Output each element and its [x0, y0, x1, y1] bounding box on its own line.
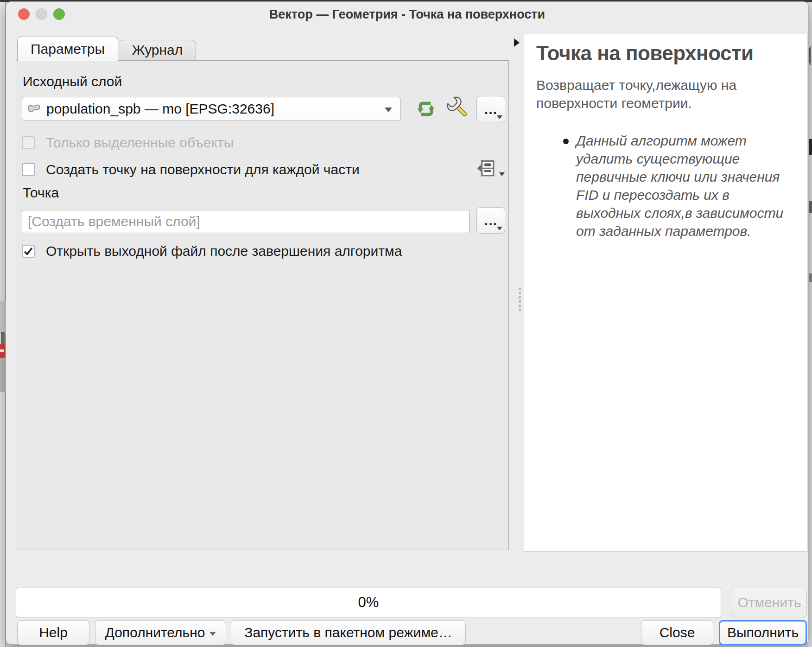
panel-splitter-handle[interactable] [519, 288, 521, 311]
background-fragment [1, 332, 5, 345]
dropdown-arrow-icon [497, 115, 502, 119]
background-app-right-sliver [808, 2, 812, 647]
combo-arrow-icon [385, 108, 392, 112]
collapse-panel-icon[interactable] [514, 38, 520, 47]
source-layer-browse-button[interactable]: … [476, 96, 505, 122]
open-output-label: Открыть выходной файл после завершения а… [46, 243, 402, 259]
selected-only-label: Только выделенные объекты [46, 135, 234, 151]
progress-value: 0% [358, 594, 379, 611]
help-button[interactable]: Help [17, 620, 89, 645]
help-bullet-text: Данный алгоритм может удалить существующ… [576, 132, 795, 240]
open-output-row[interactable]: Открыть выходной файл после завершения а… [22, 243, 402, 259]
help-bullet-item: Данный алгоритм может удалить существующ… [563, 132, 795, 240]
title-bar[interactable]: Вектор — Геометрия - Точка на поверхност… [6, 2, 808, 27]
selected-only-checkbox [22, 136, 35, 149]
parameters-panel: Исходный слой population_spb — mo [EPSG:… [16, 60, 509, 550]
background-fragment [809, 139, 812, 155]
window-title: Вектор — Геометрия - Точка на поверхност… [6, 7, 808, 22]
point-output-input[interactable] [22, 210, 469, 233]
point-per-part-checkbox[interactable] [22, 163, 35, 176]
dropdown-arrow-icon [497, 227, 502, 230]
polygon-layer-icon [27, 103, 43, 115]
browse-ellipsis: … [484, 101, 498, 117]
point-per-part-label: Создать точку на поверхности для каждой … [46, 162, 360, 178]
iterate-icon [415, 98, 437, 120]
help-description: Возвращает точку,лежащую на поверхности … [536, 76, 779, 112]
iterate-layer-button[interactable] [415, 98, 437, 122]
background-fragment [809, 273, 812, 282]
source-layer-label: Исходный слой [23, 74, 122, 89]
run-as-batch-button[interactable]: Запустить в пакетном режиме… [231, 620, 466, 645]
advanced-options-button[interactable] [446, 96, 470, 122]
source-layer-select[interactable]: population_spb — mo [EPSG:32636] [22, 97, 401, 121]
data-defined-override-button[interactable] [475, 156, 505, 181]
help-panel: Точка на поверхности Возвращает точку,ле… [524, 33, 807, 552]
checkmark-icon [23, 246, 33, 256]
advanced-button[interactable]: Дополнительно [95, 620, 226, 645]
source-layer-value: population_spb — mo [EPSG:32636] [46, 101, 274, 117]
bullet-icon [563, 139, 569, 144]
selected-only-row: Только выделенные объекты [22, 135, 234, 151]
background-fragment [0, 301, 6, 334]
tab-log[interactable]: Журнал [119, 40, 196, 60]
point-per-part-row[interactable]: Создать точку на поверхности для каждой … [22, 162, 360, 178]
background-fragment [809, 46, 812, 65]
help-title: Точка на поверхности [536, 42, 754, 65]
close-button[interactable]: Close [641, 620, 713, 645]
background-red-icon-fragment [0, 344, 5, 358]
open-output-checkbox[interactable] [22, 245, 35, 258]
tab-parameters-label: Параметры [31, 41, 105, 57]
algorithm-dialog: Вектор — Геометрия - Точка на поверхност… [6, 1, 809, 645]
background-fragment [809, 201, 812, 213]
background-app-left-sliver [0, 2, 6, 647]
background-fragment [0, 358, 6, 392]
tab-log-label: Журнал [132, 42, 183, 58]
run-button[interactable]: Выполнить [719, 620, 807, 645]
dropdown-arrow-icon [499, 172, 505, 176]
advanced-button-label: Дополнительно [105, 625, 205, 641]
point-output-browse-button[interactable]: … [476, 207, 505, 234]
cancel-button: Отменить [732, 588, 807, 617]
wrench-icon [446, 96, 470, 120]
tab-parameters[interactable]: Параметры [17, 37, 118, 61]
point-output-label: Точка [23, 185, 59, 201]
progress-bar: 0% [16, 588, 721, 617]
browse-ellipsis: … [484, 213, 498, 228]
data-defined-override-icon [475, 158, 496, 179]
dropdown-arrow-icon [209, 632, 216, 636]
